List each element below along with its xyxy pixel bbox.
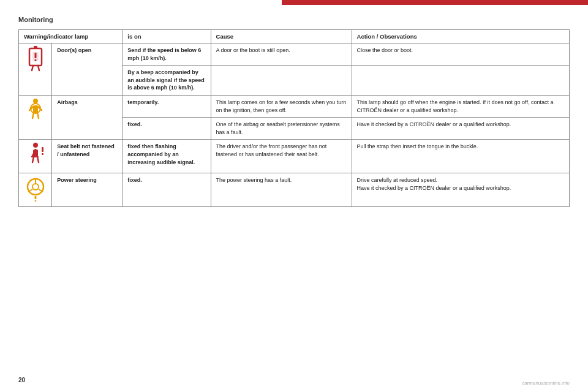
- page-title: Monitoring: [18, 16, 570, 23]
- ison-door-2: By a beep accompanied by an audible sign…: [123, 66, 211, 96]
- action-door-1: Close the door or boot.: [352, 43, 569, 66]
- svg-rect-20: [42, 147, 43, 152]
- svg-rect-21: [42, 153, 43, 155]
- cause-door-2: [211, 66, 352, 96]
- watermark: carmanualsonline.info: [522, 380, 570, 386]
- ison-airbag-2: fixed.: [123, 118, 211, 140]
- ison-seatbelt: fixed then flashing accompanied by an in…: [123, 140, 211, 173]
- svg-point-23: [32, 184, 39, 190]
- top-bar: [282, 0, 588, 5]
- action-seatbelt: Pull the strap then insert the tongue in…: [352, 140, 569, 173]
- icon-cell-airbag: [19, 95, 52, 139]
- page-container: Monitoring Warning/indicator lamp is on …: [0, 0, 588, 392]
- svg-line-10: [32, 113, 34, 118]
- table-row: Power steering fixed. The power steering…: [19, 173, 570, 206]
- cause-steering: The power steering has a fault.: [211, 173, 352, 206]
- icon-cell-steering: [19, 173, 52, 206]
- header-warning: Warning/indicator lamp: [19, 30, 123, 43]
- warning-name-door: Door(s) open: [52, 43, 123, 96]
- action-steering: Drive carefully at reduced speed.Have it…: [352, 173, 569, 206]
- svg-line-11: [37, 113, 39, 118]
- cause-airbag-1: This lamp comes on for a few seconds whe…: [211, 95, 352, 117]
- icon-cell-seatbelt: [19, 140, 52, 173]
- cause-airbag-2: One of the airbag or seatbelt pretension…: [211, 118, 352, 140]
- table-row: Airbags temporarily. This lamp comes on …: [19, 95, 570, 117]
- action-airbag-1: This lamp should go off when the engine …: [352, 95, 569, 117]
- svg-rect-27: [34, 196, 36, 199]
- svg-line-19: [37, 157, 39, 162]
- icon-cell-door: [19, 43, 52, 96]
- action-airbag-2: Have it checked by a CITROËN dealer or a…: [352, 118, 569, 140]
- svg-rect-28: [34, 200, 36, 202]
- airbag-icon: [25, 98, 46, 124]
- cause-door-1: A door or the boot is still open.: [211, 43, 352, 66]
- seatbelt-icon: [25, 142, 46, 168]
- warning-name-steering: Power steering: [52, 173, 123, 206]
- ison-door-1: Send if the speed is below 6 mph (10 km/…: [123, 43, 211, 66]
- ison-steering: fixed.: [123, 173, 211, 206]
- action-door-2: [352, 66, 569, 96]
- svg-point-7: [33, 99, 38, 104]
- header-ison: is on: [123, 30, 211, 43]
- page-number: 20: [18, 377, 25, 383]
- door-icon: [25, 46, 46, 72]
- svg-point-14: [33, 143, 38, 148]
- header-cause: Cause: [211, 30, 352, 43]
- steering-icon: [25, 176, 46, 202]
- svg-rect-3: [34, 53, 36, 58]
- header-action: Action / Observations: [352, 30, 569, 43]
- cause-seatbelt: The driver and/or the front passenger ha…: [211, 140, 352, 173]
- ison-airbag-1: temporarily.: [123, 95, 211, 117]
- svg-rect-4: [34, 59, 36, 61]
- main-table: Warning/indicator lamp is on Cause Actio…: [18, 29, 570, 207]
- table-row: Door(s) open Send if the speed is below …: [19, 43, 570, 66]
- table-row: Seat belt not fastened / unfastened fixe…: [19, 140, 570, 173]
- warning-name-seatbelt: Seat belt not fastened / unfastened: [52, 140, 123, 173]
- warning-name-airbag: Airbags: [52, 95, 123, 139]
- svg-line-18: [32, 157, 34, 162]
